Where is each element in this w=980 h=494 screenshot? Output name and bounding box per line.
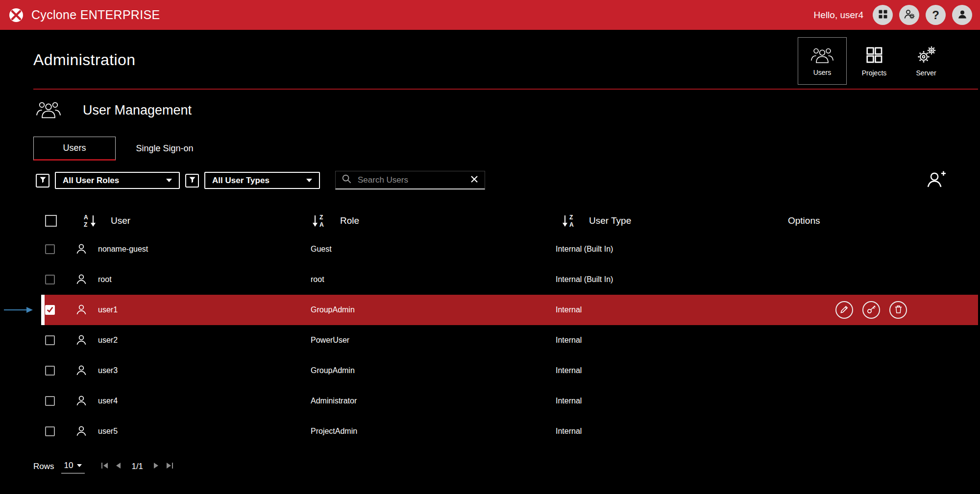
check-icon xyxy=(46,306,54,315)
help-icon: ? xyxy=(932,8,939,22)
topbar-right: Hello, user4 xyxy=(814,5,972,25)
user-management-icon xyxy=(36,99,61,121)
type-filter-button[interactable] xyxy=(185,174,199,188)
user-type: Internal xyxy=(556,325,582,355)
user-type: Internal xyxy=(556,295,582,325)
previous-page-icon xyxy=(115,462,122,471)
user-icon xyxy=(75,273,88,285)
user-type: Internal xyxy=(556,416,582,447)
user-role: PowerUser xyxy=(311,325,349,355)
svg-text:Z: Z xyxy=(569,214,573,221)
user-role: root xyxy=(311,264,324,295)
table-row-selected[interactable]: user1 GroupAdmin Internal xyxy=(41,295,978,325)
svg-text:A: A xyxy=(319,221,324,228)
user-greeting: Hello, user4 xyxy=(814,10,863,21)
sort-user-icon[interactable]: AZ xyxy=(82,213,97,228)
row-checkbox[interactable] xyxy=(45,244,55,254)
table-row[interactable]: root root Internal (Built In) xyxy=(41,264,978,295)
column-header-role: Role xyxy=(340,208,359,234)
sort-role-icon[interactable]: ZA xyxy=(312,213,326,228)
tab-users[interactable]: Users xyxy=(33,137,116,161)
account-button[interactable] xyxy=(952,5,972,25)
column-header-user-type: User Type xyxy=(589,208,631,234)
table-row[interactable]: user4 Administrator Internal xyxy=(41,386,978,416)
trash-icon xyxy=(894,305,903,315)
projects-grid-icon xyxy=(865,46,883,66)
next-page-icon xyxy=(153,462,160,471)
select-all-checkbox[interactable] xyxy=(45,215,57,227)
pagination: 1/1 xyxy=(100,462,174,471)
add-user-button[interactable] xyxy=(925,169,948,190)
user-role: GroupAdmin xyxy=(311,355,355,386)
pencil-icon xyxy=(840,305,849,315)
nav-server-button[interactable]: Server xyxy=(902,37,951,85)
column-header-user: User xyxy=(111,208,130,234)
cyclone-enterprise-app: Cyclone ENTERPRISE Hello, user4 xyxy=(0,0,980,494)
role-filter-button[interactable] xyxy=(36,174,49,188)
key-icon xyxy=(866,305,876,316)
nav-projects-button[interactable]: Projects xyxy=(850,37,899,85)
account-icon xyxy=(957,9,968,21)
user-name: user3 xyxy=(98,355,118,386)
user-type: Internal xyxy=(556,355,582,386)
next-page-button[interactable] xyxy=(153,462,160,471)
rows-per-page-select[interactable]: 10 xyxy=(61,459,85,473)
user-types-select[interactable]: All User Types xyxy=(204,172,320,189)
user-type: Internal xyxy=(556,386,582,416)
row-checkbox[interactable] xyxy=(45,275,55,284)
brand: Cyclone ENTERPRISE xyxy=(8,7,160,24)
search-input[interactable] xyxy=(357,175,465,186)
row-checkbox[interactable] xyxy=(45,366,55,376)
delete-user-button[interactable] xyxy=(889,301,907,319)
tab-single-sign-on[interactable]: Single Sign-on xyxy=(116,137,214,161)
help-button[interactable]: ? xyxy=(926,5,946,25)
users-group-icon xyxy=(810,46,834,65)
app-title: Cyclone ENTERPRISE xyxy=(31,8,160,22)
tab-bar: Users Single Sign-on xyxy=(33,137,214,161)
first-page-button[interactable] xyxy=(100,462,109,471)
svg-text:Z: Z xyxy=(84,221,87,228)
clear-search-button[interactable] xyxy=(470,175,479,185)
row-checkbox[interactable] xyxy=(45,305,55,315)
previous-page-button[interactable] xyxy=(115,462,122,471)
add-user-icon xyxy=(926,170,947,190)
user-table: noname-guest Guest Internal (Built In) r… xyxy=(41,234,978,447)
app-launcher-button[interactable] xyxy=(873,5,893,25)
user-admin-button[interactable] xyxy=(899,5,919,25)
table-row[interactable]: user2 PowerUser Internal xyxy=(41,325,978,355)
chevron-down-icon xyxy=(166,179,172,182)
table-row[interactable]: noname-guest Guest Internal (Built In) xyxy=(41,234,978,264)
user-gear-icon xyxy=(904,8,915,22)
cyclone-logo-icon xyxy=(8,7,24,24)
table-row[interactable]: user5 ProjectAdmin Internal xyxy=(41,416,978,447)
chevron-down-icon xyxy=(77,464,82,467)
reset-password-button[interactable] xyxy=(862,301,880,319)
row-checkbox[interactable] xyxy=(45,335,55,345)
user-roles-select[interactable]: All User Roles xyxy=(55,172,180,189)
row-checkbox[interactable] xyxy=(45,426,55,436)
annotation-arrow xyxy=(4,306,33,316)
close-icon xyxy=(470,175,479,185)
user-role: ProjectAdmin xyxy=(311,416,357,447)
nav-users-button[interactable]: Users xyxy=(798,37,847,85)
user-icon xyxy=(75,303,88,316)
table-row[interactable]: user3 GroupAdmin Internal xyxy=(41,355,978,386)
row-checkbox[interactable] xyxy=(45,396,55,406)
sort-user-type-icon[interactable]: ZA xyxy=(562,213,576,228)
funnel-icon xyxy=(39,176,47,185)
user-name: root xyxy=(98,264,112,295)
svg-text:Z: Z xyxy=(319,214,323,221)
user-name: user5 xyxy=(98,416,118,447)
admin-nav: Users Projects xyxy=(798,37,951,85)
section-title: User Management xyxy=(83,103,192,118)
nav-projects-label: Projects xyxy=(862,69,887,77)
nav-server-label: Server xyxy=(916,69,936,77)
user-role: Guest xyxy=(311,234,332,264)
user-role: Administrator xyxy=(311,386,357,416)
page-indicator: 1/1 xyxy=(131,462,143,471)
last-page-button[interactable] xyxy=(166,462,174,471)
row-options xyxy=(835,301,907,319)
server-gears-icon xyxy=(915,46,937,66)
user-icon xyxy=(75,394,88,407)
edit-user-button[interactable] xyxy=(835,301,853,319)
